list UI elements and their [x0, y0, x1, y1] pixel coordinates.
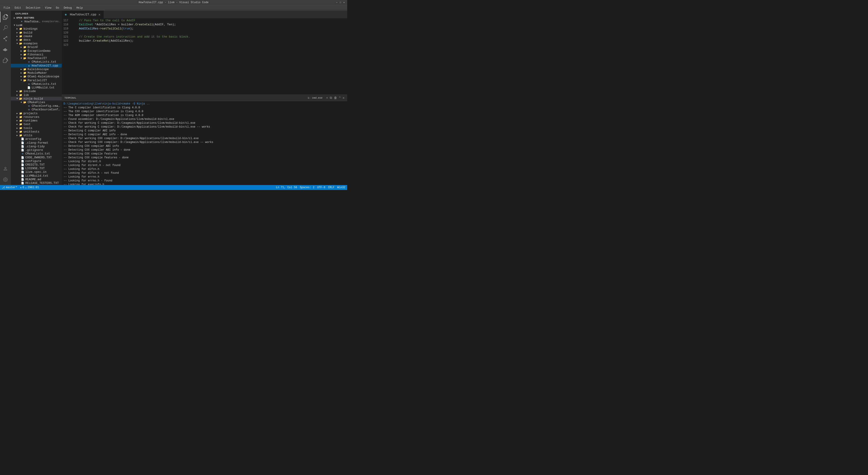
tree-cpackconfig[interactable]: ▶ ⚙ CPackConfig.cmake [11, 104, 62, 108]
tree-brainf[interactable]: ▶ 📁 BrainF [11, 46, 62, 49]
git-branch-status[interactable]: ⎇ master* [2, 186, 17, 189]
activity-settings[interactable] [0, 174, 11, 185]
tree-modulemaker[interactable]: ▶ 📁 ModuleMaker [11, 71, 62, 75]
folder-icon: 📁 [19, 126, 23, 130]
tree-docs[interactable]: ▶ 📁 docs [11, 38, 62, 41]
tree-arcconfig[interactable]: ▶ 📄 arcconfig [11, 137, 62, 141]
tree-test[interactable]: ▶ 📁 test [11, 123, 62, 126]
tree-howtousejit-cpp[interactable]: ▶ ◉ HowToUseJIT.cpp [11, 64, 62, 67]
tree-cmakelists-paralleljit[interactable]: ▶ ⚙ CMakeLists.txt [11, 82, 62, 86]
tree-build[interactable]: ▶ 📁 build [11, 31, 62, 34]
tree-paralleljit[interactable]: ▼ 📂 ParallelJIT [11, 79, 62, 82]
cpackconfig-label: CPackConfig.cmake [32, 104, 61, 108]
open-editors-header[interactable]: ▶ OPEN EDITORS [11, 16, 62, 20]
gitignore-icon: 📄 [21, 148, 24, 152]
llvm-root-header[interactable]: ▼ LLVM [11, 23, 62, 27]
tree-include[interactable]: ▶ 📁 include [11, 90, 62, 93]
tree-kaleidoscope[interactable]: ▶ 📁 Kaleidoscope [11, 67, 62, 71]
activity-git[interactable] [0, 33, 11, 44]
terminal-content[interactable]: D:\leagmain\coding\llvm\ninja-build>cmak… [62, 101, 347, 185]
tree-cpacksourceconfig[interactable]: ▶ ⚙ CPackSourceConfig.cmake [11, 108, 62, 112]
menu-view[interactable]: View [43, 6, 53, 10]
tab-close-button[interactable]: ✕ [98, 13, 101, 16]
close-button[interactable]: ✕ [343, 1, 345, 4]
menu-go[interactable]: Go [54, 6, 61, 10]
line-ending-status[interactable]: CRLF [328, 186, 335, 189]
include-label: include [24, 90, 36, 93]
errors-status[interactable]: ✕ 0 ⚠ 2961:01 [20, 186, 39, 189]
tree-cmake[interactable]: ▶ 📁 cmake [11, 34, 62, 38]
tree-clang-format[interactable]: ▶ 📄 .clang-format [11, 141, 62, 145]
test-label: test [24, 123, 31, 126]
language-status[interactable]: Win32 [337, 186, 345, 189]
folder-icon: 📁 [19, 115, 23, 119]
folder-icon: 📁 [19, 34, 23, 38]
tree-ocaml[interactable]: ▶ 📁 OCaml-Kaleidoscope [11, 75, 62, 79]
cmake-icon3: ⚙ [27, 104, 31, 108]
tree-code-owners[interactable]: ▶ 📄 CODE_OWNERS.TXT [11, 156, 62, 159]
tree-gitignore[interactable]: ▶ 📄 .gitignore [11, 148, 62, 152]
cmakefiles-arrow: ▼ [20, 101, 23, 104]
error-icon: ✕ [20, 186, 22, 189]
tree-unittests[interactable]: ▶ 📁 unittests [11, 130, 62, 133]
tree-clang-tidy[interactable]: ▶ 📄 .clang-tidy [11, 145, 62, 148]
indentation-status[interactable]: Spaces: 2 [300, 186, 314, 189]
activity-files[interactable] [0, 11, 11, 22]
tree-utils[interactable]: ▶ 📁 utils [11, 134, 62, 137]
tree-lib[interactable]: ▶ 📁 lib [11, 93, 62, 97]
code-owners-icon: 📄 [21, 156, 24, 159]
tree-fibonacci[interactable]: ▶ 📁 Fibonacci [11, 53, 62, 56]
activity-debug[interactable] [0, 44, 11, 55]
encoding-status[interactable]: UTF-8 [317, 186, 325, 189]
menu-debug[interactable]: Debug [62, 6, 74, 10]
tree-readme[interactable]: ▶ 📄 README.md [11, 178, 62, 181]
warning-count: 2961:01 [28, 186, 39, 189]
tree-release-testers[interactable]: ▶ 📄 RELEASE_TESTERS.TXT [11, 181, 62, 185]
llvmbuild-label: LLVMBuild.txt [32, 86, 55, 89]
menu-help[interactable]: Help [74, 6, 85, 10]
activity-extensions[interactable] [0, 55, 11, 66]
terminal-tab-label[interactable]: TERMINAL [64, 96, 76, 99]
minimize-button[interactable]: ─ [336, 1, 338, 4]
tree-llvmspec[interactable]: ▶ 📄 llvm.spec.in [11, 170, 62, 174]
tree-examples[interactable]: ▼ 📂 examples [11, 42, 62, 46]
close-terminal-button[interactable]: ✕ [343, 96, 344, 100]
title-text: HowToUseJIT.cpp - llvm - Visual Studio C… [138, 1, 209, 4]
tree-resources[interactable]: ▶ 📁 resources [11, 115, 62, 119]
maximize-terminal-button[interactable]: ⌃ [339, 96, 341, 100]
activity-search[interactable] [0, 22, 11, 33]
cursor-position[interactable]: Ln 71, Col 56 [276, 186, 297, 189]
tree-configure[interactable]: ▶ 📄 configure [11, 159, 62, 163]
maximize-button[interactable]: □ [339, 1, 342, 4]
tree-tools[interactable]: ▶ 📁 tools [11, 126, 62, 130]
tree-llvmbuild-paralleljit[interactable]: ▶ 📄 LLVMBuild.txt [11, 86, 62, 89]
new-terminal-button[interactable]: + [326, 96, 328, 100]
tree-projects[interactable]: ▶ 📁 projects [11, 112, 62, 115]
split-terminal-button[interactable]: ⧉ [330, 96, 332, 100]
menu-selection[interactable]: Selection [24, 6, 42, 10]
tab-howtousejit[interactable]: ◉ HowToUseJIT.cpp ✕ [62, 11, 104, 18]
tree-cmakelists-howtousejit[interactable]: ▶ ⚙ CMakeLists.txt [11, 60, 62, 64]
tree-exceptiondemo[interactable]: ▶ 📁 ExceptionDemo [11, 49, 62, 53]
status-right: Ln 71, Col 56 Spaces: 2 UTF-8 CRLF Win32 [276, 186, 345, 189]
kill-terminal-button[interactable]: 🗑 [334, 96, 337, 100]
tree-credits[interactable]: ▶ 📄 CREDITS.TXT [11, 163, 62, 167]
code-view[interactable]: 117 // Pass Ten to the call to AddIF 118… [62, 19, 347, 94]
tree-howtousejit[interactable]: ▼ 📂 HowToUseJIT [11, 57, 62, 60]
tree-runtimes[interactable]: ▶ 📁 runtimes [11, 119, 62, 123]
tree-license[interactable]: ▶ 📄 LICENSE.TXT [11, 167, 62, 170]
tree-ninjabuild[interactable]: ▼ 📂 ninja-build [11, 97, 62, 100]
open-editor-filename: HowToUseJIT.cpp [24, 20, 41, 23]
ocaml-arrow: ▶ [20, 75, 23, 79]
activity-account[interactable] [0, 163, 11, 174]
menu-file[interactable]: File [2, 6, 12, 10]
menu-edit[interactable]: Edit [13, 6, 23, 10]
tree-cmakefiles[interactable]: ▼ 📂 CMakeFiles [11, 100, 62, 104]
tree-cmakelists-root[interactable]: ▶ ⚙ CMakeLists.txt [11, 152, 62, 156]
folder-icon: 📂 [23, 57, 27, 60]
line-num-123: 123 [62, 43, 72, 47]
tree-llvmbuild-root[interactable]: ▶ 📄 LLVMBuild.txt [11, 174, 62, 178]
tree-bindings[interactable]: ▶ 📁 bindings [11, 27, 62, 31]
open-editor-item[interactable]: ● HowToUseJIT.cpp examples\HowToUseJIT [11, 20, 62, 23]
folder-icon: 📂 [19, 42, 23, 46]
